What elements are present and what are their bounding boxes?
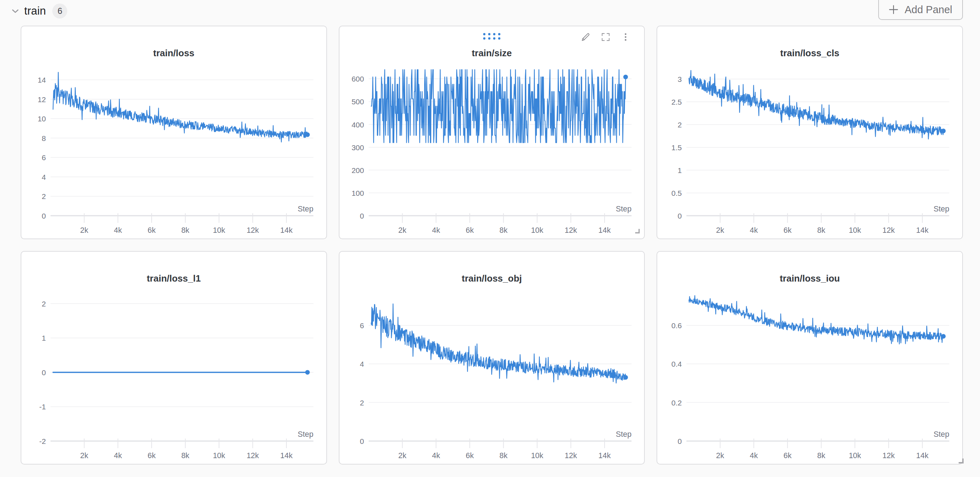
svg-text:100: 100 (352, 189, 364, 197)
line-chart-train-loss-cls[interactable]: 00.511.522.532k4k6k8k10k12k14kStep (658, 64, 958, 234)
panel-count-badge: 6 (52, 3, 67, 19)
svg-text:4k: 4k (114, 451, 122, 459)
svg-text:2k: 2k (398, 451, 406, 459)
svg-text:2: 2 (41, 192, 46, 200)
panel-toolbar (580, 31, 631, 43)
svg-text:14k: 14k (280, 451, 293, 459)
svg-text:2k: 2k (716, 451, 724, 459)
add-panel-button[interactable]: Add Panel (878, 0, 963, 20)
line-chart-train-size[interactable]: 01002003004005006002k4k6k8k10k12k14kStep (340, 64, 640, 234)
panel-train-loss: train/loss 024681012142k4k6k8k10k12k14kS… (21, 26, 327, 239)
svg-text:8k: 8k (818, 451, 826, 459)
svg-text:6k: 6k (465, 451, 474, 459)
svg-text:6k: 6k (784, 451, 792, 459)
wandb-workspace-section: train 6 Add Panel train/loss 02468101214… (0, 0, 980, 464)
panel-train-loss-iou: train/loss_iou 00.20.40.62k4k6k8k10k12k1… (657, 251, 963, 464)
chevron-down-icon[interactable] (9, 5, 21, 17)
panel-menu-button[interactable] (620, 31, 631, 43)
svg-text:4k: 4k (750, 226, 758, 234)
svg-text:0: 0 (360, 212, 364, 220)
svg-text:0: 0 (678, 437, 682, 445)
svg-text:Step: Step (298, 430, 313, 439)
svg-text:1: 1 (678, 166, 682, 174)
svg-text:12k: 12k (883, 226, 895, 234)
svg-text:4k: 4k (432, 451, 440, 459)
svg-text:14: 14 (38, 76, 46, 84)
section-title: train (24, 5, 46, 18)
panel-train-size: train/size 01002003004005006002k4k6k8k10… (339, 26, 645, 239)
svg-text:14k: 14k (280, 226, 293, 234)
fullscreen-icon (601, 32, 611, 42)
panel-train-loss-obj: train/loss_obj 02462k4k6k8k10k12k14kStep (339, 251, 645, 464)
svg-text:8k: 8k (818, 226, 826, 234)
svg-text:-2: -2 (39, 437, 46, 445)
svg-text:6: 6 (360, 321, 364, 330)
svg-text:12k: 12k (247, 451, 259, 459)
svg-text:0.6: 0.6 (671, 321, 682, 330)
drag-dots-icon[interactable] (482, 32, 501, 42)
chart-title: train/loss_obj (339, 252, 644, 284)
svg-text:14k: 14k (916, 226, 929, 234)
chart-title: train/loss_cls (657, 26, 962, 59)
svg-text:6: 6 (41, 153, 46, 162)
svg-text:14k: 14k (598, 226, 611, 234)
plus-icon (888, 3, 900, 16)
svg-text:10k: 10k (531, 451, 543, 459)
line-chart-train-loss-obj[interactable]: 02462k4k6k8k10k12k14kStep (340, 289, 640, 459)
line-chart-train-loss[interactable]: 024681012142k4k6k8k10k12k14kStep (22, 64, 322, 234)
chart-title: train/loss_iou (657, 252, 962, 284)
svg-text:0.4: 0.4 (671, 360, 682, 368)
pencil-icon (581, 32, 591, 42)
svg-text:Step: Step (298, 205, 313, 213)
svg-text:12k: 12k (247, 226, 259, 234)
svg-text:10k: 10k (213, 451, 225, 459)
svg-text:0: 0 (678, 212, 682, 220)
svg-text:12: 12 (38, 96, 46, 104)
svg-text:2: 2 (41, 300, 46, 308)
svg-text:4: 4 (360, 360, 364, 368)
svg-text:10k: 10k (213, 226, 225, 234)
chart-title: train/loss_l1 (21, 252, 326, 284)
svg-text:-1: -1 (39, 403, 46, 411)
panel-train-loss-cls: train/loss_cls 00.511.522.532k4k6k8k10k1… (657, 26, 963, 239)
svg-text:2k: 2k (80, 451, 88, 459)
svg-text:2.5: 2.5 (671, 98, 682, 106)
svg-text:2: 2 (360, 399, 364, 407)
svg-text:300: 300 (352, 144, 364, 152)
fullscreen-button[interactable] (600, 31, 611, 43)
svg-text:1: 1 (41, 334, 46, 342)
svg-text:8: 8 (41, 134, 46, 142)
svg-text:10k: 10k (849, 226, 862, 234)
svg-text:Step: Step (616, 205, 631, 213)
svg-text:500: 500 (352, 97, 364, 106)
svg-text:Step: Step (616, 430, 631, 439)
svg-text:3: 3 (678, 75, 682, 83)
line-chart-train-loss-iou[interactable]: 00.20.40.62k4k6k8k10k12k14kStep (658, 289, 958, 459)
svg-text:0: 0 (41, 369, 46, 376)
line-chart-train-loss-l1[interactable]: -2-10122k4k6k8k10k12k14kStep (22, 289, 322, 459)
svg-text:200: 200 (352, 166, 364, 174)
svg-text:14k: 14k (598, 451, 611, 459)
svg-text:0: 0 (41, 212, 46, 220)
svg-text:0: 0 (360, 437, 364, 445)
svg-text:4k: 4k (114, 226, 122, 234)
svg-text:6k: 6k (465, 226, 474, 234)
svg-text:2k: 2k (398, 226, 406, 234)
panel-train-loss-l1: train/loss_l1 -2-10122k4k6k8k10k12k14kSt… (21, 251, 327, 464)
svg-text:2: 2 (678, 121, 682, 129)
chart-title: train/loss (21, 26, 326, 59)
svg-text:8k: 8k (181, 226, 189, 234)
panel-resize-handle[interactable] (633, 227, 641, 236)
svg-text:4k: 4k (432, 226, 440, 234)
section-resize-handle[interactable] (956, 456, 964, 466)
add-panel-label: Add Panel (905, 4, 952, 16)
svg-text:10: 10 (38, 115, 46, 123)
svg-text:10k: 10k (849, 451, 862, 459)
svg-text:0.5: 0.5 (671, 189, 682, 197)
svg-text:Step: Step (934, 205, 950, 213)
svg-text:4k: 4k (750, 451, 758, 459)
edit-panel-button[interactable] (580, 31, 592, 43)
svg-text:8k: 8k (499, 226, 508, 234)
svg-text:12k: 12k (883, 451, 895, 459)
svg-text:600: 600 (352, 75, 364, 83)
